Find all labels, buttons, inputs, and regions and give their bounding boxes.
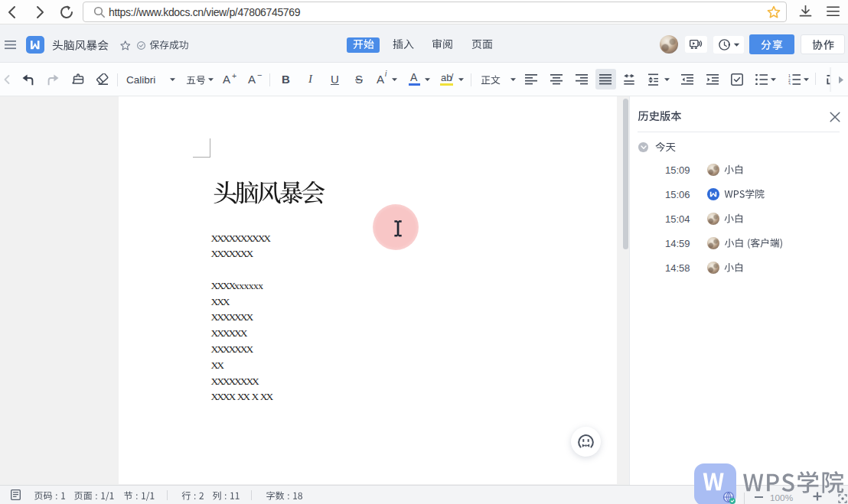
svg-text:3: 3 xyxy=(788,82,791,85)
